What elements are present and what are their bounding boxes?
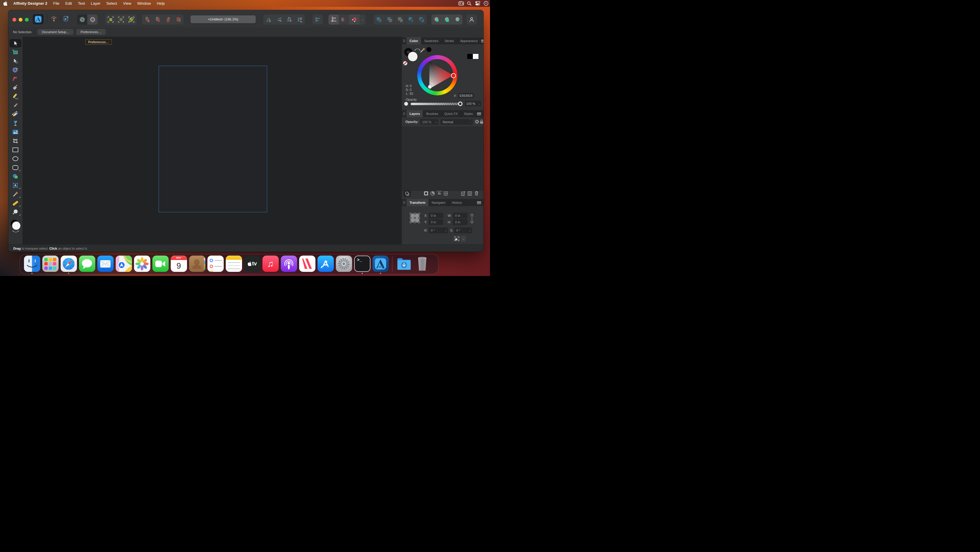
panel-drag-handle[interactable] bbox=[402, 110, 407, 117]
pixel-layer-icon[interactable] bbox=[468, 191, 472, 196]
flip-vertical-button[interactable] bbox=[274, 14, 284, 25]
dock-news[interactable] bbox=[299, 254, 316, 274]
keyboard-switcher-icon[interactable]: ⌘ bbox=[457, 0, 465, 7]
artboard-tool[interactable] bbox=[10, 48, 21, 56]
dock-safari[interactable] bbox=[60, 254, 77, 274]
menu-app-name[interactable]: Affinity Designer 2 bbox=[10, 0, 50, 7]
menu-window[interactable]: Window bbox=[134, 0, 154, 7]
rectangle-tool[interactable] bbox=[10, 146, 21, 154]
dock-messages[interactable] bbox=[79, 254, 95, 274]
layers-opacity-field[interactable]: 100 % bbox=[420, 119, 433, 124]
layer-stack-button[interactable] bbox=[404, 191, 411, 197]
preferences-gear-button[interactable] bbox=[77, 14, 87, 25]
measure-tool[interactable] bbox=[10, 199, 21, 207]
boolean-intersect-button[interactable] bbox=[395, 14, 406, 25]
tab-styles[interactable]: Styles bbox=[461, 110, 476, 117]
tab-navigator[interactable]: Navigator bbox=[429, 199, 449, 206]
dock-affinity-designer[interactable] bbox=[372, 254, 389, 274]
h-field[interactable]: 0 in bbox=[453, 219, 468, 225]
menu-edit[interactable]: Edit bbox=[62, 0, 75, 7]
dock-contacts[interactable] bbox=[189, 254, 206, 274]
arrange-move-backward-button[interactable] bbox=[153, 14, 163, 25]
x-field[interactable]: 0 in bbox=[428, 213, 443, 219]
dock-facet[interactable] bbox=[152, 254, 169, 274]
menu-text[interactable]: Text bbox=[75, 0, 88, 7]
white-swatch[interactable] bbox=[473, 54, 479, 59]
crop-tool[interactable] bbox=[10, 137, 21, 145]
transform-panel-menu-icon[interactable] bbox=[477, 199, 484, 206]
pixel-persona-button[interactable] bbox=[50, 14, 58, 23]
dock-reminders[interactable] bbox=[207, 254, 224, 274]
layer-settings-gear-icon[interactable] bbox=[475, 119, 479, 124]
tab-brushes[interactable]: Brushes bbox=[423, 110, 441, 117]
color-panel-menu-icon[interactable] bbox=[481, 37, 484, 45]
canvas-viewport[interactable] bbox=[23, 37, 401, 244]
blend-mode-stepper[interactable]: ⌃⌄ bbox=[469, 119, 471, 123]
insert-behind-button[interactable] bbox=[452, 14, 463, 25]
dock-photos[interactable] bbox=[134, 254, 151, 274]
dock-downloads[interactable] bbox=[396, 254, 412, 274]
opacity-slider[interactable] bbox=[411, 103, 460, 105]
affinity-persona-button[interactable] bbox=[33, 14, 44, 25]
lock-icon[interactable] bbox=[480, 119, 484, 124]
insertion-target-button[interactable] bbox=[339, 14, 349, 25]
fill-color-selector[interactable] bbox=[408, 51, 418, 62]
r-field[interactable]: 0 ° bbox=[428, 227, 443, 233]
dock-notes[interactable] bbox=[226, 254, 242, 274]
zoom-tool[interactable] bbox=[10, 208, 21, 216]
menu-layer[interactable]: Layer bbox=[88, 0, 103, 7]
blend-mode-select[interactable]: Normal bbox=[440, 119, 473, 124]
mesh-warp-icon[interactable] bbox=[443, 191, 448, 196]
close-button[interactable] bbox=[13, 18, 16, 22]
s-chevron[interactable]: ⌄ bbox=[468, 227, 472, 233]
arrange-move-to-back-button[interactable] bbox=[142, 14, 153, 25]
rounded-rectangle-tool[interactable] bbox=[10, 163, 21, 172]
link-dimensions-icon[interactable] bbox=[471, 214, 473, 223]
apple-menu[interactable] bbox=[0, 0, 10, 7]
tab-transform[interactable]: Transform bbox=[407, 199, 429, 206]
hex-input[interactable]: EBEBEB bbox=[458, 93, 474, 98]
fill-stroke-color-wells[interactable] bbox=[10, 220, 21, 233]
y-field[interactable]: 0 in bbox=[428, 219, 443, 225]
control-center-icon[interactable] bbox=[473, 0, 482, 7]
flip-horizontal-button[interactable] bbox=[263, 14, 274, 25]
my-account-button[interactable] bbox=[466, 14, 477, 25]
point-transform-tool[interactable] bbox=[10, 66, 21, 74]
layers-opacity-chevron[interactable]: ⌄ bbox=[433, 119, 438, 124]
node-tool[interactable] bbox=[10, 57, 21, 65]
panel-drag-handle[interactable] bbox=[402, 199, 407, 206]
adjustment-layer-icon[interactable] bbox=[430, 191, 435, 196]
color-picker-tool[interactable] bbox=[10, 190, 21, 198]
dock-calendar[interactable]: NOV 9 bbox=[170, 254, 187, 274]
layers-list[interactable] bbox=[402, 127, 484, 191]
hue-selector-handle[interactable] bbox=[451, 73, 456, 78]
place-image-tool[interactable] bbox=[10, 128, 21, 136]
dock-music[interactable]: ♫ bbox=[262, 254, 279, 274]
s-field[interactable]: 0 ° bbox=[454, 227, 468, 233]
snap-to-grid-button[interactable] bbox=[105, 14, 116, 25]
clock-icon[interactable] bbox=[482, 0, 490, 7]
mask-layer-icon[interactable] bbox=[424, 191, 428, 196]
zoom-button[interactable] bbox=[25, 18, 29, 22]
menu-select[interactable]: Select bbox=[103, 0, 120, 7]
delete-layer-trash-icon[interactable] bbox=[474, 191, 479, 196]
export-persona-button[interactable] bbox=[62, 14, 70, 23]
assets-gear-button[interactable] bbox=[87, 14, 98, 25]
add-layer-icon[interactable] bbox=[461, 191, 465, 196]
boolean-xor-button[interactable] bbox=[416, 14, 427, 25]
preferences-button[interactable]: Preferences… bbox=[76, 29, 105, 35]
dock-trash[interactable] bbox=[414, 254, 431, 274]
ellipse-tool[interactable] bbox=[10, 155, 21, 163]
pen-tool[interactable] bbox=[10, 83, 21, 92]
toggle-grid-button[interactable] bbox=[328, 14, 339, 25]
pencil-tool[interactable] bbox=[10, 93, 21, 101]
boolean-subtract-button[interactable] bbox=[384, 14, 395, 25]
insert-replace-button[interactable] bbox=[442, 14, 452, 25]
rotate-clockwise-button[interactable] bbox=[294, 14, 305, 25]
transform-mode-chevron[interactable]: ⌄ bbox=[461, 236, 466, 242]
dock-launchpad[interactable] bbox=[42, 254, 59, 274]
menu-file[interactable]: File bbox=[50, 0, 62, 7]
insert-inside-button[interactable] bbox=[431, 14, 442, 25]
tab-quick-fx[interactable]: Quick FX bbox=[441, 110, 461, 117]
tab-history[interactable]: History bbox=[449, 199, 465, 206]
